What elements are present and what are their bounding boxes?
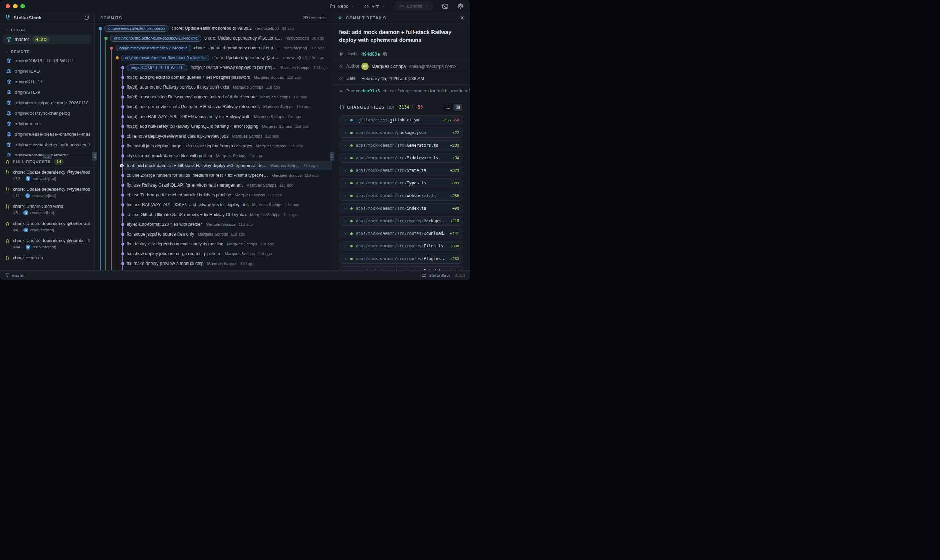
changed-file-row[interactable]: apps/mock-daemon/src/index.ts +90 [339, 203, 463, 213]
changed-file-row[interactable]: apps/mock-daemon/src/Middleware.ts +34 [339, 153, 463, 163]
settings-button[interactable] [458, 3, 464, 9]
sidebar-item-remote-branch[interactable]: origin/HEAD [0, 66, 94, 77]
sidebar-item-remote-branch[interactable]: origin/COMPLETE-REWRITE [0, 55, 94, 66]
commit-row[interactable]: fix: install jq in deploy image + decoup… [94, 141, 332, 151]
commit-hash[interactable]: 494d60e [361, 51, 380, 57]
chevron-right-icon[interactable] [343, 156, 347, 160]
sidebar-item-remote-branch[interactable]: origin/master [0, 118, 94, 129]
chevron-right-icon[interactable] [343, 181, 347, 185]
pull-request-item[interactable]: chore: Update dependency @better-auth #4… [0, 219, 94, 236]
commit-row[interactable]: fix: scope jscpd to source files only Ma… [94, 229, 332, 239]
pull-request-item[interactable]: chore: clean up [0, 253, 94, 270]
commit-row[interactable]: ci: use 2xlarge runners for builds, medi… [94, 171, 332, 180]
commit-row[interactable]: origin/renovate/eslint-monorepo chore: U… [94, 23, 332, 33]
list-view-button[interactable] [443, 104, 453, 111]
sidebar-item-remote-branch[interactable]: origin/backup/pre-cleanup-20260110 [0, 98, 94, 108]
sidebar-section-remote[interactable]: REMOTE [0, 49, 94, 55]
changed-file-row[interactable]: apps/mock-daemon/src/Generators.ts +230 [339, 140, 463, 150]
commit-row[interactable]: feat: add mock daemon + full-stack Railw… [94, 161, 332, 171]
commit-row[interactable]: origin/renovate/nodemailer-7.x-lockfile … [94, 43, 332, 53]
chevron-right-icon[interactable] [343, 232, 347, 235]
editor-menu[interactable]: Vim [364, 3, 385, 9]
commit-row[interactable]: origin/COMPLETE-REWRITE feat(ci): switch… [94, 63, 332, 72]
commit-row[interactable]: fix: use RAILWAY_API_TOKEN and railway l… [94, 200, 332, 210]
sidebar-item-remote-branch[interactable]: origin/STE-9 [0, 87, 94, 98]
commit-branch-badge[interactable]: origin/renovate/better-auth-passkey-1.x-… [110, 35, 201, 42]
pull-request-item[interactable]: chore: Update CodeMirror #5 · renovate[b… [0, 202, 94, 219]
changed-file-row[interactable]: apps/mock-daemon/src/State.ts +323 [339, 166, 463, 175]
commit-row[interactable]: fix(ci): use RAILWAY_API_TOKEN consisten… [94, 112, 332, 122]
commit-menu[interactable]: Commit [395, 2, 433, 11]
commit-branch-badge[interactable]: origin/renovate/nodemailer-7.x-lockfile [116, 45, 191, 51]
changed-file-row[interactable]: .gitlab/ci/ci.gitlab-ci.yml +255-50 [339, 115, 463, 125]
chevron-right-icon[interactable] [343, 194, 347, 198]
copy-hash-button[interactable] [383, 52, 387, 56]
chevron-right-icon[interactable] [343, 131, 347, 135]
sidebar-item-remote-branch[interactable]: origin/renovate/better-auth-passkey-1 [0, 140, 94, 150]
sidebar: StellarStack LOCAL master HEAD REMOTE or… [0, 12, 94, 270]
changed-file-row[interactable]: apps/mock-daemon/src/Types.ts +389 [339, 178, 463, 188]
terminal-button[interactable] [442, 3, 448, 9]
commit-branch-badge[interactable]: origin/renovate/eslint-monorepo [104, 25, 169, 32]
pull-request-item[interactable]: chore: Update dependency @number-flo #44… [0, 236, 94, 253]
pull-request-icon [5, 170, 10, 175]
changed-file-row[interactable]: apps/mock-daemon/src/routes/Files.ts +39… [339, 241, 463, 251]
sidebar-item-remote-branch[interactable]: origin/STE-17 [0, 77, 94, 87]
commit-graph-dot [121, 223, 124, 226]
changed-file-row[interactable]: apps/mock-daemon/src/routes/Plugins.… +2… [339, 254, 463, 263]
file-name: Generators.ts [407, 143, 438, 148]
repo-menu[interactable]: Repo [330, 3, 355, 9]
chevron-right-icon[interactable] [343, 257, 347, 261]
changed-file-row[interactable]: apps/mock-daemon/src/routes/Download… +1… [339, 229, 463, 238]
statusbar: master StellarStack v0.1.0 [0, 270, 470, 280]
commit-row[interactable]: fix(ci): use per-environment Postgres + … [94, 102, 332, 112]
zoom-window-button[interactable] [20, 4, 25, 8]
refresh-button[interactable] [84, 15, 89, 20]
chevron-right-icon[interactable] [343, 143, 347, 147]
commit-row[interactable]: fix: deploy-dev depends on code-analysis… [94, 239, 332, 249]
chevron-right-icon[interactable] [343, 118, 347, 122]
panel-resize-handle-left[interactable] [92, 152, 97, 161]
changed-file-row[interactable]: apps/mock-daemon/src/Websocket.ts +288 [339, 191, 463, 200]
commit-row[interactable]: ci: use Turborepo for cached parallel bu… [94, 190, 332, 200]
globe-icon [6, 79, 12, 85]
commit-row[interactable]: fix(ci): add projectId to domain queries… [94, 72, 332, 82]
commit-row[interactable]: origin/renovate/number-flow-react-0.x-lo… [94, 53, 332, 63]
parent-hash-link[interactable]: daa91a3 [361, 88, 380, 94]
minimize-window-button[interactable] [13, 4, 17, 8]
changed-file-row[interactable]: apps/mock-daemon/src/routes/Backups.… +1… [339, 216, 463, 226]
pull-request-item[interactable]: chore: Update dependency @types/node #11… [0, 185, 94, 202]
commit-row[interactable]: fix(ci): add null-safety to Railway Grap… [94, 122, 332, 131]
commit-row[interactable]: style: auto-format 220 files with pretti… [94, 220, 332, 229]
statusbar-branch[interactable]: master [12, 273, 24, 278]
sidebar-item-master[interactable]: master HEAD [3, 35, 91, 44]
close-window-button[interactable] [6, 4, 10, 8]
commit-branch-badge[interactable]: origin/renovate/number-flow-react-0.x-lo… [121, 55, 210, 61]
commit-row[interactable]: origin/renovate/better-auth-passkey-1.x-… [94, 33, 332, 43]
commit-row[interactable]: fix: show deploy jobs on merge request p… [94, 249, 332, 258]
close-details-button[interactable] [460, 15, 464, 20]
changed-file-row[interactable]: apps/mock-daemon/package.json +22 [339, 128, 463, 138]
commit-row[interactable]: fix(ci): reuse existing Railway environm… [94, 92, 332, 102]
commit-row[interactable]: style: format mock-daemon files with pre… [94, 151, 332, 161]
grid-view-button[interactable] [453, 104, 462, 111]
sidebar-section-local[interactable]: LOCAL [0, 27, 94, 33]
chevron-right-icon[interactable] [343, 169, 347, 172]
panel-resize-handle-right[interactable] [330, 152, 334, 161]
changed-file-row[interactable]: apps/mock-daemon/src/routes/Schedule… +1… [339, 266, 463, 270]
commit-row[interactable]: ci: remove deploy-preview and cleanup-pr… [94, 131, 332, 141]
chevron-right-icon[interactable] [343, 219, 347, 223]
pull-request-item[interactable]: chore: Update dependency @types/node #12… [0, 167, 94, 185]
commit-row[interactable]: fix: make deploy-preview a manual step M… [94, 258, 332, 268]
sidebar-item-remote-branch[interactable]: origin/docs/sync-changelog [0, 108, 94, 118]
sidebar-item-remote-branch[interactable]: origin/release-please--branches--mas [0, 129, 94, 140]
sidebar-split-handle[interactable] [43, 154, 52, 159]
commit-row[interactable]: fix: use Railway GraphQL API for environ… [94, 180, 332, 190]
commit-row[interactable]: fix(ci): auto-create Railway services if… [94, 82, 332, 92]
commit-branch-badge[interactable]: origin/COMPLETE-REWRITE [127, 65, 187, 71]
chevron-right-icon[interactable] [343, 244, 347, 248]
chevron-right-icon[interactable] [343, 206, 347, 210]
changed-files-label: CHANGED FILES [347, 105, 385, 109]
commit-row[interactable]: ci: use GitLab Ultimate SaaS runners + f… [94, 210, 332, 220]
parent-commit-message: ci: use 2xlarge runners for builds, medi… [383, 88, 470, 94]
